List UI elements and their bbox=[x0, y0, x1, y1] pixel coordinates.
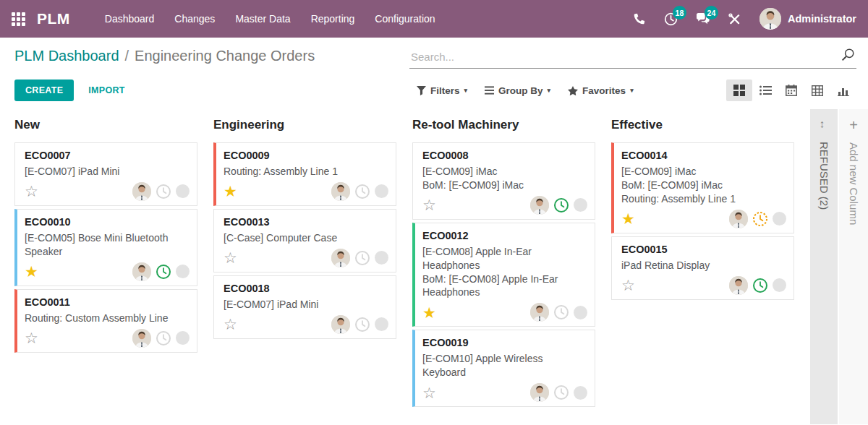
page-title: Engineering Change Orders bbox=[135, 48, 315, 64]
activity-clock-icon[interactable] bbox=[354, 317, 370, 332]
assignee-avatar[interactable] bbox=[132, 329, 151, 348]
assignee-avatar[interactable] bbox=[729, 276, 748, 295]
kanban-card[interactable]: ECO0010 [E-COM05] Bose Mini Bluetooth Sp… bbox=[14, 209, 197, 286]
activity-clock-icon[interactable] bbox=[156, 330, 171, 346]
top-navbar: PLM Dashboard Changes Master Data Report… bbox=[0, 0, 868, 38]
activities-clock-icon[interactable]: 18 bbox=[664, 12, 678, 26]
apps-menu-icon[interactable] bbox=[12, 12, 25, 26]
graph-view-button[interactable] bbox=[830, 80, 856, 101]
search-input[interactable] bbox=[409, 48, 856, 68]
kanban-card[interactable]: ECO0009 Routing: Assembly Line 1 ★ bbox=[213, 142, 396, 206]
kanban-state-dot[interactable] bbox=[375, 251, 388, 265]
messages-icon[interactable]: 24 bbox=[696, 12, 710, 26]
star-icon[interactable]: ☆ bbox=[224, 250, 237, 265]
star-icon[interactable]: ★ bbox=[621, 211, 635, 226]
menu-dashboard[interactable]: Dashboard bbox=[95, 0, 165, 38]
card-footer: ★ bbox=[224, 181, 388, 202]
view-switcher bbox=[726, 80, 856, 101]
column-title[interactable]: Re-tool Machinery bbox=[412, 118, 595, 132]
activity-clock-icon[interactable] bbox=[553, 197, 569, 213]
assignee-avatar[interactable] bbox=[331, 182, 350, 201]
developer-tools-icon[interactable] bbox=[728, 12, 742, 26]
kanban-state-dot[interactable] bbox=[176, 265, 190, 278]
kanban-state-dot[interactable] bbox=[375, 184, 388, 198]
star-icon[interactable]: ☆ bbox=[422, 197, 436, 212]
star-icon[interactable]: ★ bbox=[422, 305, 436, 320]
star-icon[interactable]: ☆ bbox=[25, 184, 38, 199]
kanban-state-dot[interactable] bbox=[375, 317, 388, 331]
column-title[interactable]: Engineering bbox=[213, 118, 396, 132]
kanban-card[interactable]: ECO0013 [C-Case] Computer Case ☆ bbox=[213, 209, 396, 272]
kanban-card[interactable]: ECO0015 iPad Retina Display ☆ bbox=[611, 236, 794, 300]
menu-master-data[interactable]: Master Data bbox=[225, 0, 300, 38]
star-icon[interactable]: ☆ bbox=[224, 317, 237, 332]
import-button[interactable]: IMPORT bbox=[88, 85, 124, 95]
menu-configuration[interactable]: Configuration bbox=[365, 0, 445, 38]
filters-menu[interactable]: Filters ▾ bbox=[417, 85, 467, 96]
kanban-card[interactable]: ECO0018 [E-COM07] iPad Mini ☆ bbox=[213, 275, 396, 339]
card-title: ECO0015 bbox=[621, 244, 786, 255]
app-brand[interactable]: PLM bbox=[37, 10, 70, 27]
activity-clock-icon[interactable] bbox=[156, 264, 171, 280]
star-icon[interactable]: ☆ bbox=[422, 385, 436, 400]
group-by-menu[interactable]: Group By ▾ bbox=[485, 85, 550, 96]
assignee-avatar[interactable] bbox=[132, 262, 151, 281]
breadcrumb-parent-link[interactable]: PLM Dashboard bbox=[14, 48, 119, 64]
card-body: [E-COM10] Apple Wireless Keyboard bbox=[422, 352, 587, 379]
menu-changes[interactable]: Changes bbox=[164, 0, 225, 38]
assignee-avatar[interactable] bbox=[331, 315, 350, 334]
user-name: Administrator bbox=[788, 13, 856, 25]
messages-badge: 24 bbox=[705, 6, 718, 20]
kanban-state-dot[interactable] bbox=[176, 184, 190, 198]
column-title[interactable]: Effective bbox=[611, 118, 794, 132]
kanban-card[interactable]: ECO0007 [E-COM07] iPad Mini ☆ bbox=[14, 142, 197, 206]
create-button[interactable]: CREATE bbox=[14, 80, 74, 101]
expand-column-icon[interactable]: ↔ bbox=[818, 119, 830, 130]
assignee-avatar[interactable] bbox=[132, 182, 151, 201]
activity-clock-icon[interactable] bbox=[752, 211, 768, 227]
kanban-card[interactable]: ECO0019 [E-COM10] Apple Wireless Keyboar… bbox=[412, 330, 595, 407]
column-cards: ECO0009 Routing: Assembly Line 1 ★ ECO00… bbox=[213, 142, 396, 339]
assignee-avatar[interactable] bbox=[530, 303, 549, 322]
assignee-avatar[interactable] bbox=[729, 210, 748, 228]
card-title: ECO0011 bbox=[25, 296, 190, 308]
menu-reporting[interactable]: Reporting bbox=[301, 0, 365, 38]
activity-clock-icon[interactable] bbox=[156, 184, 171, 199]
collapsed-column-refused[interactable]: ↔ REFUSED (2) bbox=[810, 109, 838, 424]
star-icon[interactable]: ☆ bbox=[621, 278, 635, 293]
kanban-state-dot[interactable] bbox=[176, 331, 190, 345]
star-icon[interactable]: ☆ bbox=[25, 330, 38, 345]
activity-clock-icon[interactable] bbox=[354, 184, 370, 199]
assignee-avatar[interactable] bbox=[530, 383, 549, 402]
user-menu[interactable]: Administrator bbox=[760, 8, 856, 30]
kanban-card[interactable]: ECO0014 [E-COM09] iMacBoM: [E-COM09] iMa… bbox=[611, 142, 794, 233]
kanban-view-button[interactable] bbox=[726, 80, 752, 101]
activity-clock-icon[interactable] bbox=[553, 304, 569, 320]
search-icon[interactable] bbox=[841, 48, 855, 65]
card-body: Routing: Custom Assembly Line bbox=[25, 312, 190, 325]
phone-icon[interactable] bbox=[632, 12, 647, 26]
favorites-menu[interactable]: Favorites ▾ bbox=[568, 85, 634, 96]
kanban-state-dot[interactable] bbox=[773, 278, 786, 292]
kanban-state-dot[interactable] bbox=[574, 306, 587, 319]
kanban-card[interactable]: ECO0011 Routing: Custom Assembly Line ☆ bbox=[14, 289, 197, 353]
activity-clock-icon[interactable] bbox=[354, 250, 370, 266]
kanban-state-dot[interactable] bbox=[574, 386, 587, 400]
list-view-button[interactable] bbox=[752, 80, 778, 101]
assignee-avatar[interactable] bbox=[530, 196, 549, 215]
pivot-view-button[interactable] bbox=[804, 80, 830, 101]
card-title: ECO0008 bbox=[422, 150, 587, 161]
kanban-card[interactable]: ECO0008 [E-COM09] iMacBoM: [E-COM09] iMa… bbox=[412, 142, 595, 220]
star-icon[interactable]: ★ bbox=[25, 264, 38, 279]
star-icon[interactable]: ★ bbox=[224, 184, 237, 199]
kanban-state-dot[interactable] bbox=[773, 212, 786, 226]
column-title[interactable]: New bbox=[14, 118, 197, 132]
caret-down-icon: ▾ bbox=[548, 87, 551, 94]
kanban-card[interactable]: ECO0012 [E-COM08] Apple In-Ear Headphone… bbox=[412, 223, 595, 327]
kanban-state-dot[interactable] bbox=[574, 198, 587, 212]
activity-clock-icon[interactable] bbox=[553, 385, 569, 400]
assignee-avatar[interactable] bbox=[331, 249, 350, 267]
add-new-column-button[interactable]: + Add new Column bbox=[839, 109, 868, 424]
calendar-view-button[interactable] bbox=[778, 80, 804, 101]
activity-clock-icon[interactable] bbox=[752, 278, 768, 293]
